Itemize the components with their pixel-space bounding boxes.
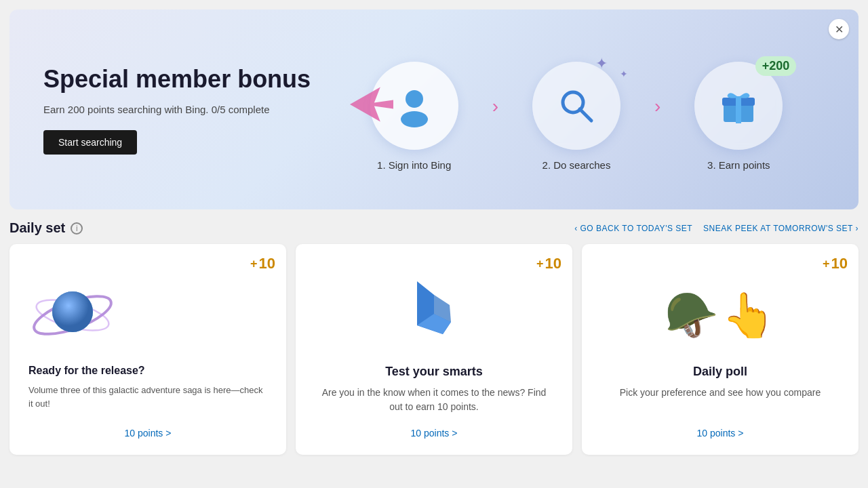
card-2: + 10 Test your smarts Are you in the kno… — [296, 244, 572, 455]
person-icon — [393, 84, 436, 127]
card-3-image: 🪖 👆 — [665, 271, 776, 352]
card-1-points-value: 10 — [259, 255, 275, 272]
steps-container: 1. Sign into Bing › 2. Do searches › — [370, 62, 783, 171]
svg-marker-0 — [350, 87, 393, 121]
card-3-title: Daily poll — [693, 365, 747, 379]
card-2-title: Test your smarts — [385, 365, 483, 379]
step-1-circle — [370, 62, 458, 150]
nav-links: ‹ GO BACK TO TODAY'S SET SNEAK PEEK AT T… — [574, 224, 859, 233]
step-1: 1. Sign into Bing — [370, 62, 458, 171]
card-3: + 10 🪖 👆 Daily poll Pick your preference… — [582, 244, 859, 455]
steps-area: ✦ ✦ 1. Sign into — [328, 48, 825, 171]
hero-subtitle: Earn 200 points searching with Bing. 0/5… — [43, 104, 328, 115]
card-1-title: Ready for the release? — [28, 365, 145, 377]
card-1-desc: Volume three of this galactic adventure … — [28, 384, 267, 414]
bonus-badge: +200 — [755, 56, 797, 76]
pink-arrow-icon — [350, 83, 393, 129]
svg-line-4 — [580, 109, 591, 121]
card-1: + 10 — [9, 244, 286, 455]
card-2-image — [403, 271, 465, 352]
daily-header: Daily set i ‹ GO BACK TO TODAY'S SET SNE… — [9, 220, 859, 236]
daily-title-area: Daily set i — [9, 220, 83, 236]
hero-banner: ✕ Special member bonus Earn 200 points s… — [9, 9, 859, 209]
daily-set-title: Daily set — [9, 220, 65, 236]
hero-text: Special member bonus Earn 200 points sea… — [43, 64, 328, 154]
svg-rect-7 — [736, 96, 741, 123]
gift-icon — [717, 84, 760, 127]
step-3-circle: +200 — [694, 62, 783, 150]
svg-point-1 — [406, 90, 423, 108]
step-1-label: 1. Sign into Bing — [377, 159, 451, 171]
arrow-2-icon: › — [654, 96, 660, 117]
arrow-1-icon: › — [492, 96, 498, 117]
card-3-link[interactable]: 10 points > — [697, 414, 744, 439]
card-1-image — [28, 271, 117, 352]
card-2-link[interactable]: 10 points > — [411, 414, 458, 439]
card-2-points-value: 10 — [545, 255, 561, 272]
card-3-points-badge: + 10 — [823, 255, 848, 272]
close-button[interactable]: ✕ — [829, 19, 849, 39]
hero-title: Special member bonus — [43, 64, 328, 94]
card-1-link[interactable]: 10 points > — [125, 414, 172, 439]
start-searching-button[interactable]: Start searching — [43, 130, 137, 155]
step-3-label: 3. Earn points — [707, 159, 770, 171]
card-3-desc: Pick your preference and see how you com… — [620, 386, 821, 414]
step-3: +200 3. Earn points — [694, 62, 783, 171]
card-2-points-badge: + 10 — [536, 255, 561, 272]
svg-point-11 — [52, 291, 93, 332]
card-3-points-value: 10 — [831, 255, 848, 272]
hat-emoji: 🪖 — [665, 290, 719, 341]
step-2: 2. Do searches — [532, 62, 620, 171]
card-2-desc: Are you in the know when it comes to the… — [315, 386, 553, 414]
card-1-points-badge: + 10 — [250, 255, 275, 272]
step-2-circle — [532, 62, 620, 150]
cards-grid: + 10 — [9, 244, 859, 455]
step-2-label: 2. Do searches — [542, 159, 611, 171]
info-icon[interactable]: i — [71, 222, 83, 235]
daily-section: Daily set i ‹ GO BACK TO TODAY'S SET SNE… — [0, 220, 868, 455]
bonus-badge-text: +200 — [762, 59, 790, 73]
sneak-peek-link[interactable]: SNEAK PEEK AT TOMORROW'S SET › — [703, 224, 859, 233]
hand-emoji: 👆 — [722, 290, 776, 341]
go-back-link[interactable]: ‹ GO BACK TO TODAY'S SET — [574, 224, 692, 233]
svg-point-2 — [401, 111, 428, 127]
search-icon — [555, 84, 598, 127]
